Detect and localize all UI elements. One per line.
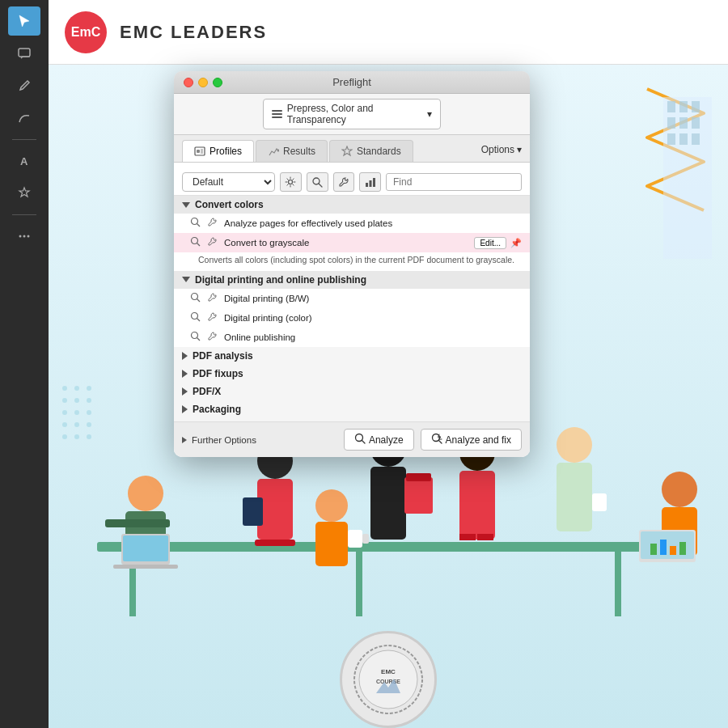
find-input[interactable]	[386, 173, 522, 191]
edit-button[interactable]: Edit...	[474, 237, 506, 249]
svg-point-91	[192, 332, 198, 338]
profile-dropdown[interactable]: Default	[182, 172, 275, 192]
wrench-icon-btn[interactable]	[333, 172, 355, 192]
svg-rect-68	[667, 133, 675, 145]
minimize-button[interactable]	[198, 78, 208, 87]
svg-rect-20	[370, 467, 406, 540]
section-convert-colors[interactable]: Convert colors	[174, 196, 530, 214]
collapsed-triangle-3	[182, 387, 188, 396]
edit-icon-btn[interactable]	[280, 172, 302, 192]
svg-rect-11	[105, 519, 170, 527]
svg-point-31	[557, 427, 592, 463]
list-item-analyze-plates[interactable]: Analyze pages for effectively used plate…	[174, 214, 530, 233]
svg-rect-37	[641, 531, 694, 559]
svg-rect-67	[692, 117, 700, 129]
svg-point-89	[192, 312, 198, 319]
svg-text:EMC: EMC	[381, 668, 396, 675]
svg-rect-82	[373, 178, 375, 187]
content-list: Convert colors Analyze pages for effecti…	[174, 196, 530, 422]
list-item-digital-bw[interactable]: Digital printing (B/W)	[174, 289, 530, 308]
further-options-triangle	[182, 437, 187, 443]
company-name: EMC LEADERS	[120, 22, 267, 43]
search-icon-4	[190, 311, 203, 324]
section-pdf-fixups[interactable]: PDF fixups	[174, 365, 530, 383]
wrench-icon	[338, 176, 349, 188]
section-pdf-analysis[interactable]: PDF analysis	[174, 347, 530, 365]
svg-rect-21	[404, 477, 433, 514]
analyze-button[interactable]: Analyze	[344, 429, 414, 451]
standards-icon	[341, 146, 353, 157]
search-icon-btn[interactable]	[307, 172, 328, 192]
profile-type-dropdown[interactable]: Prepress, Color and Transparency ▾	[263, 99, 441, 129]
section-packaging[interactable]: Packaging	[174, 400, 530, 418]
analyze-fix-button[interactable]: Analyze and fix	[421, 429, 522, 451]
section-pdf-analysis-label: PDF analysis	[193, 350, 253, 362]
tool-stamp[interactable]	[8, 179, 40, 208]
convert-grayscale-label: Convert to grayscale	[224, 238, 309, 248]
tool-text[interactable]: A	[8, 146, 40, 176]
tool-pen[interactable]	[8, 71, 40, 100]
wrench-icon-5	[207, 331, 220, 344]
wrench-small-icon	[207, 217, 220, 230]
maximize-button[interactable]	[213, 78, 222, 87]
options-arrow: ▾	[517, 144, 522, 155]
svg-point-52	[74, 422, 79, 427]
svg-point-2	[19, 235, 22, 238]
options-menu[interactable]: Options ▾	[481, 144, 522, 159]
svg-rect-40	[670, 546, 676, 555]
list-item-online-publishing[interactable]: Online publishing	[174, 328, 530, 347]
tab-results[interactable]: Results	[256, 140, 328, 162]
convert-grayscale-description: Converts all colors (including spot colo…	[174, 252, 530, 271]
sidebar-divider	[12, 139, 36, 140]
search-item-icon	[190, 217, 203, 230]
section-pdf-x[interactable]: PDF/X	[174, 383, 530, 400]
svg-rect-13	[123, 535, 168, 561]
svg-point-54	[62, 434, 67, 439]
svg-text:COURSE: COURSE	[376, 679, 400, 684]
tab-results-label: Results	[283, 146, 315, 157]
svg-rect-33	[592, 493, 607, 511]
svg-line-94	[362, 441, 365, 444]
svg-rect-18	[243, 497, 263, 526]
svg-line-92	[197, 337, 201, 341]
tool-comment[interactable]	[8, 39, 40, 68]
expand-triangle-2	[182, 277, 190, 282]
svg-rect-64	[692, 101, 700, 112]
logo: EmC	[65, 11, 107, 53]
svg-rect-65	[667, 117, 675, 129]
section-convert-colors-label: Convert colors	[195, 199, 264, 210]
results-icon	[268, 146, 279, 157]
further-options-label: Further Options	[192, 435, 256, 445]
svg-line-88	[197, 298, 201, 302]
close-button[interactable]	[184, 78, 193, 87]
bar-chart-icon	[365, 176, 376, 188]
svg-rect-32	[557, 463, 592, 531]
digital-color-label: Digital printing (color)	[224, 313, 312, 323]
tab-profiles[interactable]: Profiles	[182, 140, 254, 162]
dialog-titlebar: Preflight	[174, 71, 530, 94]
dialog-dropdown-bar: Prepress, Color and Transparency ▾	[174, 94, 530, 135]
further-options[interactable]: Further Options	[182, 435, 256, 445]
list-item-convert-grayscale[interactable]: Convert to grayscale Edit... 📌	[174, 233, 530, 252]
svg-point-9	[128, 476, 163, 511]
svg-rect-38	[650, 544, 657, 555]
chart-icon-btn[interactable]	[359, 172, 381, 192]
list-item-digital-color[interactable]: Digital printing (color)	[174, 308, 530, 328]
svg-rect-66	[679, 117, 688, 129]
svg-rect-63	[679, 101, 688, 112]
tool-more[interactable]	[8, 222, 40, 251]
profile-type-label: Prepress, Color and Transparency	[287, 103, 422, 125]
dialog-title: Preflight	[332, 76, 371, 88]
search-item-icon-2	[190, 236, 203, 249]
svg-point-43	[74, 386, 79, 391]
profiles-icon	[194, 146, 205, 157]
section-digital-printing[interactable]: Digital printing and online publishing	[174, 271, 530, 289]
svg-rect-22	[406, 473, 431, 481]
svg-rect-14	[113, 565, 178, 569]
tab-standards-label: Standards	[357, 146, 401, 157]
tool-cursor[interactable]	[8, 6, 40, 36]
tab-standards[interactable]: Standards	[329, 140, 413, 162]
tool-curve[interactable]	[8, 104, 40, 133]
svg-point-46	[74, 398, 79, 403]
sidebar-divider-2	[12, 214, 36, 215]
